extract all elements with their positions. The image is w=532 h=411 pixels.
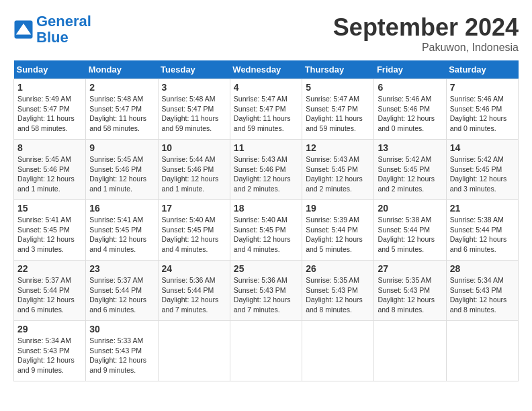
day-info: Sunrise: 5:35 AMSunset: 5:43 PMDaylight:… xyxy=(306,275,370,315)
weekday-header-row: SundayMondayTuesdayWednesdayThursdayFrid… xyxy=(14,60,519,79)
day-info: Sunrise: 5:46 AMSunset: 5:46 PMDaylight:… xyxy=(450,94,515,134)
calendar-cell: 10Sunrise: 5:44 AMSunset: 5:46 PMDayligh… xyxy=(158,140,230,200)
day-number: 22 xyxy=(17,263,82,274)
day-info: Sunrise: 5:45 AMSunset: 5:46 PMDaylight:… xyxy=(17,154,82,194)
day-number: 10 xyxy=(162,142,226,153)
day-info: Sunrise: 5:46 AMSunset: 5:46 PMDaylight:… xyxy=(378,94,442,134)
month-title: September 2024 xyxy=(333,13,519,42)
calendar-cell xyxy=(374,321,446,381)
location: Pakuwon, Indonesia xyxy=(333,42,519,54)
day-number: 13 xyxy=(378,142,442,153)
calendar-cell: 13Sunrise: 5:42 AMSunset: 5:45 PMDayligh… xyxy=(374,140,446,200)
day-number: 11 xyxy=(234,142,298,153)
day-number: 18 xyxy=(234,203,298,214)
day-number: 17 xyxy=(162,203,226,214)
calendar-week-row: 1Sunrise: 5:49 AMSunset: 5:47 PMDaylight… xyxy=(14,79,519,140)
day-number: 8 xyxy=(17,142,82,153)
calendar-cell: 26Sunrise: 5:35 AMSunset: 5:43 PMDayligh… xyxy=(302,261,374,321)
day-number: 23 xyxy=(89,263,154,274)
day-info: Sunrise: 5:47 AMSunset: 5:47 PMDaylight:… xyxy=(306,94,370,134)
day-info: Sunrise: 5:41 AMSunset: 5:45 PMDaylight:… xyxy=(89,215,154,255)
calendar-cell: 2Sunrise: 5:48 AMSunset: 5:47 PMDaylight… xyxy=(86,79,158,140)
page-header: General Blue September 2024 Pakuwon, Ind… xyxy=(13,13,519,54)
day-info: Sunrise: 5:37 AMSunset: 5:44 PMDaylight:… xyxy=(89,275,154,315)
calendar-cell: 25Sunrise: 5:36 AMSunset: 5:43 PMDayligh… xyxy=(230,261,302,321)
calendar-cell: 16Sunrise: 5:41 AMSunset: 5:45 PMDayligh… xyxy=(86,200,158,261)
calendar-cell: 29Sunrise: 5:34 AMSunset: 5:43 PMDayligh… xyxy=(14,321,86,381)
calendar-cell: 19Sunrise: 5:39 AMSunset: 5:44 PMDayligh… xyxy=(302,200,374,261)
weekday-header: Saturday xyxy=(446,60,518,79)
calendar-cell xyxy=(230,321,302,381)
calendar-table: SundayMondayTuesdayWednesdayThursdayFrid… xyxy=(13,60,519,381)
weekday-header: Sunday xyxy=(14,60,86,79)
weekday-header: Wednesday xyxy=(230,60,302,79)
day-number: 27 xyxy=(378,263,442,274)
day-number: 6 xyxy=(378,82,442,93)
day-info: Sunrise: 5:43 AMSunset: 5:46 PMDaylight:… xyxy=(234,154,298,194)
day-info: Sunrise: 5:38 AMSunset: 5:44 PMDaylight:… xyxy=(378,215,442,255)
day-number: 20 xyxy=(378,203,442,214)
day-number: 30 xyxy=(89,324,154,334)
day-number: 1 xyxy=(17,82,82,93)
day-number: 15 xyxy=(17,203,82,214)
day-number: 4 xyxy=(234,82,298,93)
calendar-cell: 23Sunrise: 5:37 AMSunset: 5:44 PMDayligh… xyxy=(86,261,158,321)
day-info: Sunrise: 5:43 AMSunset: 5:45 PMDaylight:… xyxy=(306,154,370,194)
logo-icon xyxy=(13,19,34,40)
day-info: Sunrise: 5:48 AMSunset: 5:47 PMDaylight:… xyxy=(162,94,226,134)
day-number: 7 xyxy=(450,82,515,93)
calendar-cell xyxy=(302,321,374,381)
day-info: Sunrise: 5:40 AMSunset: 5:45 PMDaylight:… xyxy=(234,215,298,255)
day-info: Sunrise: 5:41 AMSunset: 5:45 PMDaylight:… xyxy=(17,215,82,255)
calendar-cell: 9Sunrise: 5:45 AMSunset: 5:46 PMDaylight… xyxy=(86,140,158,200)
day-number: 26 xyxy=(306,263,370,274)
calendar-cell: 1Sunrise: 5:49 AMSunset: 5:47 PMDaylight… xyxy=(14,79,86,140)
day-info: Sunrise: 5:40 AMSunset: 5:45 PMDaylight:… xyxy=(162,215,226,255)
calendar-cell: 22Sunrise: 5:37 AMSunset: 5:44 PMDayligh… xyxy=(14,261,86,321)
day-number: 28 xyxy=(450,263,515,274)
day-number: 12 xyxy=(306,142,370,153)
calendar-cell: 18Sunrise: 5:40 AMSunset: 5:45 PMDayligh… xyxy=(230,200,302,261)
calendar-cell: 7Sunrise: 5:46 AMSunset: 5:46 PMDaylight… xyxy=(446,79,518,140)
day-info: Sunrise: 5:48 AMSunset: 5:47 PMDaylight:… xyxy=(89,94,154,134)
day-number: 3 xyxy=(162,82,226,93)
calendar-cell: 24Sunrise: 5:36 AMSunset: 5:44 PMDayligh… xyxy=(158,261,230,321)
day-info: Sunrise: 5:36 AMSunset: 5:44 PMDaylight:… xyxy=(162,275,226,315)
day-info: Sunrise: 5:38 AMSunset: 5:44 PMDaylight:… xyxy=(450,215,515,255)
calendar-cell: 6Sunrise: 5:46 AMSunset: 5:46 PMDaylight… xyxy=(374,79,446,140)
weekday-header: Friday xyxy=(374,60,446,79)
logo-text: General Blue xyxy=(36,13,91,46)
day-info: Sunrise: 5:34 AMSunset: 5:43 PMDaylight:… xyxy=(450,275,515,315)
calendar-cell: 15Sunrise: 5:41 AMSunset: 5:45 PMDayligh… xyxy=(14,200,86,261)
day-number: 14 xyxy=(450,142,515,153)
day-info: Sunrise: 5:37 AMSunset: 5:44 PMDaylight:… xyxy=(17,275,82,315)
day-number: 29 xyxy=(17,324,82,334)
day-number: 21 xyxy=(450,203,515,214)
day-number: 19 xyxy=(306,203,370,214)
logo: General Blue xyxy=(13,13,91,46)
calendar-cell xyxy=(446,321,518,381)
calendar-cell: 11Sunrise: 5:43 AMSunset: 5:46 PMDayligh… xyxy=(230,140,302,200)
weekday-header: Tuesday xyxy=(158,60,230,79)
calendar-cell: 3Sunrise: 5:48 AMSunset: 5:47 PMDaylight… xyxy=(158,79,230,140)
day-info: Sunrise: 5:36 AMSunset: 5:43 PMDaylight:… xyxy=(234,275,298,315)
calendar-cell: 30Sunrise: 5:33 AMSunset: 5:43 PMDayligh… xyxy=(86,321,158,381)
day-number: 25 xyxy=(234,263,298,274)
day-number: 24 xyxy=(162,263,226,274)
calendar-cell: 14Sunrise: 5:42 AMSunset: 5:45 PMDayligh… xyxy=(446,140,518,200)
calendar-cell: 27Sunrise: 5:35 AMSunset: 5:43 PMDayligh… xyxy=(374,261,446,321)
day-info: Sunrise: 5:42 AMSunset: 5:45 PMDaylight:… xyxy=(378,154,442,194)
day-info: Sunrise: 5:33 AMSunset: 5:43 PMDaylight:… xyxy=(89,336,154,375)
day-info: Sunrise: 5:34 AMSunset: 5:43 PMDaylight:… xyxy=(17,336,82,375)
day-number: 9 xyxy=(89,142,154,153)
calendar-cell xyxy=(158,321,230,381)
calendar-cell: 17Sunrise: 5:40 AMSunset: 5:45 PMDayligh… xyxy=(158,200,230,261)
day-info: Sunrise: 5:45 AMSunset: 5:46 PMDaylight:… xyxy=(89,154,154,194)
calendar-cell: 12Sunrise: 5:43 AMSunset: 5:45 PMDayligh… xyxy=(302,140,374,200)
calendar-cell: 4Sunrise: 5:47 AMSunset: 5:47 PMDaylight… xyxy=(230,79,302,140)
weekday-header: Monday xyxy=(86,60,158,79)
calendar-week-row: 15Sunrise: 5:41 AMSunset: 5:45 PMDayligh… xyxy=(14,200,519,261)
day-number: 16 xyxy=(89,203,154,214)
day-info: Sunrise: 5:42 AMSunset: 5:45 PMDaylight:… xyxy=(450,154,515,194)
title-area: September 2024 Pakuwon, Indonesia xyxy=(333,13,519,54)
